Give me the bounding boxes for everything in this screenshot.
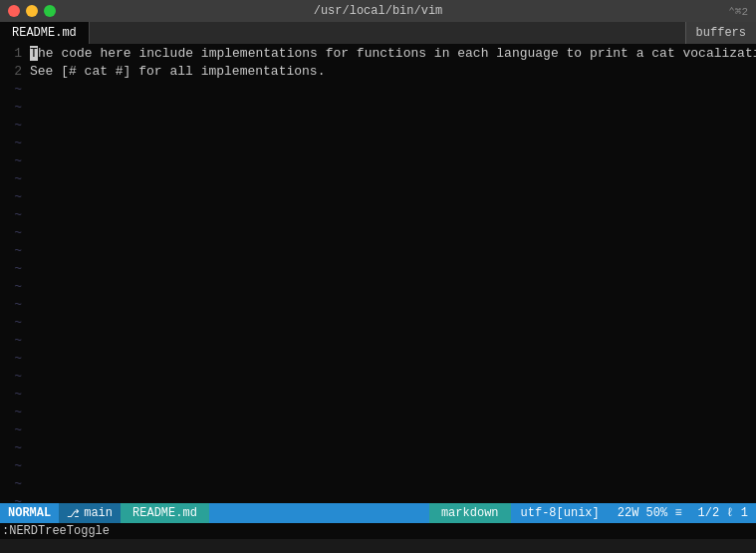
tilde-line: ~ — [0, 187, 756, 205]
status-filetype: markdown — [429, 503, 511, 523]
title-bar: /usr/local/bin/vim ⌃⌘2 — [0, 0, 756, 22]
tilde-line: ~ — [0, 403, 756, 420]
tilde-line: ~ — [0, 205, 756, 223]
buffers-button[interactable]: buffers — [685, 22, 756, 44]
tilde-line: ~ — [0, 420, 756, 438]
command-text: :NERDTreeToggle — [2, 524, 110, 538]
status-words: 22W 50% ≡ — [610, 503, 690, 523]
line-number-1: 1 — [0, 46, 30, 61]
tilde-line: ~ — [0, 385, 756, 403]
active-tab[interactable]: README.md — [0, 22, 90, 44]
tilde-line: ~ — [0, 134, 756, 151]
line-content-2: See [# cat #] for all implementations. — [30, 64, 325, 79]
tilde-line: ~ — [0, 295, 756, 313]
close-button[interactable] — [8, 5, 20, 17]
status-mode: NORMAL — [0, 503, 59, 523]
status-position: 1/2 ℓ 1 — [690, 503, 756, 523]
tilde-line: ~ — [0, 331, 756, 349]
tilde-line: ~ — [0, 98, 756, 116]
tilde-line: ~ — [0, 438, 756, 456]
tab-bar: README.md buffers — [0, 22, 756, 44]
status-git-branch: ⎇ main — [59, 503, 121, 523]
line-number-2: 2 — [0, 64, 30, 79]
tilde-line: ~ — [0, 474, 756, 492]
editor-line-1: 1 The code here include implementations … — [0, 44, 756, 62]
minimize-button[interactable] — [26, 5, 38, 17]
tilde-line: ~ — [0, 456, 756, 474]
command-line: :NERDTreeToggle — [0, 523, 756, 539]
editor-line-2: 2 See [# cat #] for all implementations. — [0, 62, 756, 80]
traffic-lights — [8, 5, 56, 17]
tilde-line: ~ — [0, 349, 756, 367]
tilde-line: ~ — [0, 259, 756, 277]
tilde-line: ~ — [0, 151, 756, 169]
maximize-button[interactable] — [44, 5, 56, 17]
status-bar: NORMAL ⎇ main README.md markdown utf-8[u… — [0, 503, 756, 523]
tilde-line: ~ — [0, 80, 756, 98]
tilde-line: ~ — [0, 223, 756, 241]
tilde-line: ~ — [0, 169, 756, 187]
line-content-1: The code here include implementations fo… — [30, 46, 756, 61]
window-shortcut: ⌃⌘2 — [728, 5, 748, 18]
cursor: T — [30, 46, 38, 61]
tilde-line: ~ — [0, 313, 756, 331]
status-filename: README.md — [121, 503, 209, 523]
window-title: /usr/local/bin/vim — [314, 4, 443, 18]
branch-icon: ⎇ — [67, 507, 80, 520]
tilde-line: ~ — [0, 277, 756, 295]
editor-area[interactable]: 1 The code here include implementations … — [0, 44, 756, 539]
status-encoding: utf-8[unix] — [511, 503, 610, 523]
tilde-line: ~ — [0, 241, 756, 259]
tilde-line: ~ — [0, 367, 756, 385]
tilde-line: ~ — [0, 116, 756, 134]
